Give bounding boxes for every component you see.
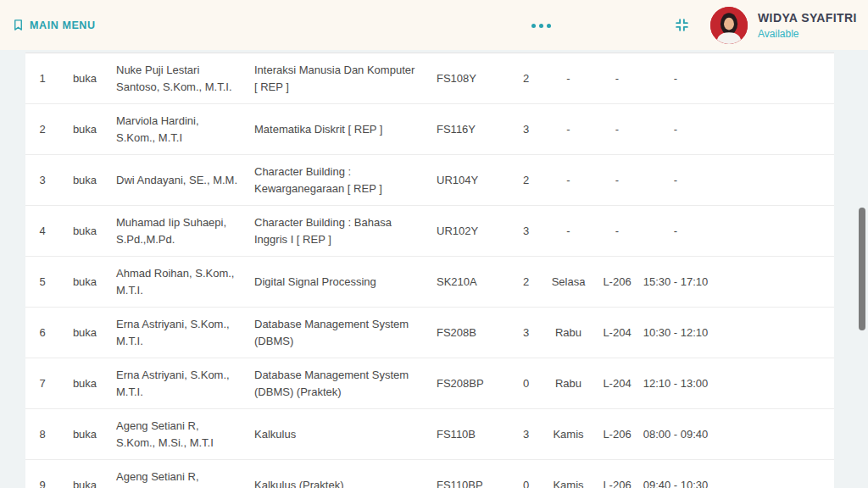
room: L-204 [592,324,643,341]
buka-link[interactable]: buka [73,326,97,339]
buka-link[interactable]: buka [73,174,97,186]
ellipsis-icon [539,24,543,28]
open-action-cell: buka [59,172,110,189]
room: L-206 [592,426,643,443]
open-action-cell: buka [59,426,110,443]
table-row: 1 buka Nuke Puji Lestari Santoso, S.Kom.… [25,53,834,104]
room: L-206 [592,274,643,291]
course-code: UR104Y [431,172,507,189]
table-row: 6 buka Erna Astriyani, S.Kom., M.T.I. Da… [25,308,834,358]
row-number: 6 [25,324,59,341]
table-row: 3 buka Dwi Andayani, SE., M.M. Character… [25,155,834,206]
day: - [545,172,592,189]
lecturer-name: Erna Astriyani, S.Kom., M.T.I. [110,316,248,350]
day: Kamis [545,477,592,488]
open-action-cell: buka [59,274,110,291]
time-range: - [643,172,709,189]
ellipsis-icon [531,24,536,28]
course-code: FS110BP [431,477,507,488]
course-code: FS110B [431,426,507,443]
user-status-badge: Available [758,28,857,40]
buka-link[interactable]: buka [73,479,97,488]
row-number: 2 [25,121,59,138]
day: - [545,70,592,87]
lecturer-name: Muhamad Iip Suhaepi, S.Pd.,M.Pd. [110,214,248,248]
course-name: Digital Signal Processing [248,274,431,291]
course-name: Kalkulus [248,426,431,443]
day: - [545,223,592,240]
fullscreen-toggle-button[interactable] [674,17,690,33]
credits: 2 [507,172,545,189]
table-row: 7 buka Erna Astriyani, S.Kom., M.T.I. Da… [25,358,834,409]
vertical-scrollbar-thumb[interactable] [859,208,865,330]
time-range: 12:10 - 13:00 [643,375,709,392]
credits: 3 [507,426,545,443]
row-number: 7 [25,375,59,392]
course-code: FS108Y [431,70,507,87]
day: - [545,121,592,138]
buka-link[interactable]: buka [73,123,97,136]
buka-link[interactable]: buka [73,377,97,390]
room: L-206 [592,477,643,488]
credits: 3 [507,223,545,240]
avatar-image [710,7,748,44]
room: - [592,70,643,87]
row-number: 4 [25,223,59,240]
lecturer-name: Dwi Andayani, SE., M.M. [110,172,248,189]
main-menu-button[interactable]: MAIN MENU [12,18,96,32]
buka-link[interactable]: buka [73,225,97,237]
course-code: FS116Y [431,121,507,138]
course-name: Character Building : Bahasa Inggris I [ … [248,214,431,248]
main-menu-label: MAIN MENU [30,19,96,31]
credits: 0 [507,477,545,488]
user-info[interactable]: WIDYA SYAFITRI Available [758,11,857,40]
credits: 3 [507,121,545,138]
day: Selasa [545,274,592,291]
row-number: 9 [25,477,59,488]
open-action-cell: buka [59,477,110,488]
open-action-cell: buka [59,324,110,341]
time-range: 08:00 - 09:40 [643,426,709,443]
course-code: SK210A [431,274,507,291]
bookmark-icon [12,18,25,32]
room: - [592,172,643,189]
credits: 0 [507,375,545,392]
course-code: FS208B [431,324,507,341]
course-name: Database Management System (DBMS) (Prakt… [248,367,431,401]
open-action-cell: buka [59,70,110,87]
row-number: 3 [25,172,59,189]
course-name: Interaksi Manusia Dan Komputer [ REP ] [248,62,431,96]
lecturer-name: Ahmad Roihan, S.Kom., M.T.I. [110,265,248,299]
open-action-cell: buka [59,121,110,138]
ellipsis-icon [547,24,551,28]
row-number: 5 [25,274,59,291]
table-row: 8 buka Ageng Setiani R, S.Kom., M.Si., M… [25,409,834,460]
credits: 2 [507,274,545,291]
open-action-cell: buka [59,375,110,392]
top-bar: MAIN MENU WIDYA SYAFITRI Avail [0,0,868,50]
day: Rabu [545,324,592,341]
credits: 2 [507,70,545,87]
table-row: 2 buka Marviola Hardini, S.Kom., M.T.I M… [25,104,834,155]
buka-link[interactable]: buka [73,72,97,85]
more-options-button[interactable] [530,22,553,30]
lecturer-name: Marviola Hardini, S.Kom., M.T.I [110,113,248,147]
lecturer-name: Ageng Setiani R, S.Kom., M.Si., M.T.I [110,418,248,452]
screen: MAIN MENU WIDYA SYAFITRI Avail [0,0,868,488]
lecturer-name: Nuke Puji Lestari Santoso, S.Kom., M.T.I… [110,62,248,96]
time-range: 09:40 - 10:30 [643,477,709,488]
compress-icon [674,17,690,33]
course-name: Character Building : Kewarganegaraan [ R… [248,164,431,197]
table-row: 4 buka Muhamad Iip Suhaepi, S.Pd.,M.Pd. … [25,206,834,257]
buka-link[interactable]: buka [73,428,97,441]
day: Rabu [545,375,592,392]
day: Kamis [545,426,592,443]
room: - [592,121,643,138]
table-body: 1 buka Nuke Puji Lestari Santoso, S.Kom.… [25,53,834,488]
avatar[interactable] [710,7,748,44]
time-range: 10:30 - 12:10 [643,324,709,341]
buka-link[interactable]: buka [73,275,97,288]
content-area: 1 buka Nuke Puji Lestari Santoso, S.Kom.… [0,50,868,488]
time-range: - [643,223,709,240]
table-row: 5 buka Ahmad Roihan, S.Kom., M.T.I. Digi… [25,257,834,308]
